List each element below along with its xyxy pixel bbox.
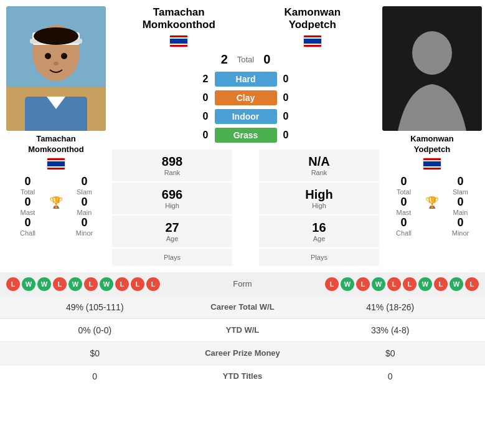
right-main-stat: 0 Main — [439, 196, 482, 216]
left-minor-stat: 0 Minor — [63, 216, 106, 237]
right-name-center: Kamonwan Yodpetch — [246, 6, 380, 32]
right-plays-box: Plays — [259, 249, 379, 266]
surface-indoor-row: 0 Indoor 0 — [112, 109, 379, 124]
left-form-w1: W — [22, 277, 35, 291]
right-form-l6: L — [465, 277, 479, 291]
left-form-l6: L — [146, 277, 160, 291]
hard-left-score: 2 — [196, 74, 209, 85]
clay-btn: Clay — [215, 90, 277, 105]
right-rank-box: N/A Rank — [259, 150, 379, 181]
svg-point-7 — [61, 53, 67, 59]
left-slam-stat: 0 Slam — [63, 175, 106, 196]
right-form-l3: L — [387, 277, 401, 291]
right-prize: $0 — [305, 348, 476, 358]
indoor-left-score: 0 — [196, 111, 209, 122]
left-flag-center — [169, 35, 188, 47]
right-player-flag — [423, 158, 441, 170]
right-form-w4: W — [450, 277, 463, 291]
right-form-w2: W — [372, 277, 385, 291]
left-high-box: 696 High — [112, 183, 232, 214]
left-name-center: Tamachan Momkoonthod — [112, 6, 246, 32]
left-ytd-wl: 0% (0-0) — [9, 325, 181, 335]
right-mid-stats: N/A Rank High High 16 Age Plays — [259, 150, 379, 266]
right-minor-stat: 0 Minor — [439, 216, 482, 237]
left-form-l2: L — [53, 277, 67, 291]
right-player-stats-grid: 0 Total 0 Slam 0 Mast 🏆 0 Main — [382, 175, 482, 237]
stats-row-career: 49% (105-111) Career Total W/L 41% (18-2… — [0, 296, 485, 319]
svg-point-6 — [45, 53, 51, 59]
grass-right-score: 0 — [283, 130, 296, 141]
left-player-flag — [47, 158, 65, 170]
left-form-l1: L — [6, 277, 20, 291]
left-mast-stat: 0 Mast — [6, 196, 49, 216]
right-titles: 0 — [305, 371, 476, 381]
stats-rows: 49% (105-111) Career Total W/L 41% (18-2… — [0, 296, 485, 388]
middle-comparison: Tamachan Momkoonthod Kamonwan Yodpetch — [109, 6, 382, 266]
right-form-w1: W — [341, 277, 354, 291]
left-chall-stat: 0 Chall — [6, 216, 49, 237]
trophy-icon-right: 🏆 — [425, 196, 439, 209]
indoor-btn: Indoor — [215, 109, 277, 124]
left-prize: $0 — [9, 348, 181, 358]
left-plays-box: Plays — [112, 249, 232, 266]
right-career-wl: 41% (18-26) — [305, 302, 476, 312]
indoor-right-score: 0 — [283, 111, 296, 122]
right-form-l5: L — [434, 277, 448, 291]
svg-point-11 — [412, 31, 452, 75]
grass-btn: Grass — [215, 128, 277, 143]
left-career-wl: 49% (105-111) — [9, 302, 181, 312]
left-form-l4: L — [115, 277, 129, 291]
left-total-stat: 0 Total — [6, 175, 49, 196]
top-section: Tamachan Momkoonthod 0 Total 0 Slam — [0, 0, 485, 269]
right-slam-stat: 0 Slam — [439, 175, 482, 196]
right-high-box: High High — [259, 183, 379, 214]
clay-left-score: 0 — [196, 92, 209, 103]
left-form-w3: W — [68, 277, 82, 291]
surface-rows: 2 Hard 0 0 Clay 0 0 Indoor 0 — [112, 72, 379, 146]
grass-left-score: 0 — [196, 130, 209, 141]
right-total-stat: 0 Total — [382, 175, 425, 196]
ytd-wl-label: YTD W/L — [181, 325, 305, 335]
titles-label: YTD Titles — [181, 371, 305, 381]
stats-row-prize: $0 Career Prize Money $0 — [0, 342, 485, 365]
right-chall-stat: 0 Chall — [382, 216, 425, 237]
trophy-icon-left: 🏆 — [49, 196, 63, 209]
stats-row-titles: 0 YTD Titles 0 — [0, 365, 485, 388]
right-player-section: Kamonwan Yodpetch 0 Total 0 Slam 0 — [382, 6, 482, 237]
surface-hard-row: 2 Hard 0 — [112, 72, 379, 87]
right-player-photo — [382, 6, 482, 131]
right-mast-stat: 0 Mast — [382, 196, 425, 216]
right-flag-center — [303, 35, 322, 47]
right-player-name: Kamonwan Yodpetch — [410, 134, 453, 155]
right-form-l1: L — [325, 277, 339, 291]
flags-row — [112, 35, 379, 47]
left-form-l3: L — [84, 277, 98, 291]
left-main-stat: 0 Main — [63, 196, 106, 216]
form-label: Form — [218, 279, 268, 288]
left-form-w4: W — [100, 277, 113, 291]
right-age-box: 16 Age — [259, 216, 379, 247]
surface-grass-row: 0 Grass 0 — [112, 128, 379, 143]
main-container: Tamachan Momkoonthod 0 Total 0 Slam — [0, 0, 485, 388]
player-names-row: Tamachan Momkoonthod Kamonwan Yodpetch — [112, 6, 379, 32]
svg-point-8 — [54, 62, 59, 65]
right-total-score: 0 — [263, 52, 270, 67]
form-section: L W W L W L W L L L Form L W L W L L W L… — [0, 272, 485, 296]
hard-btn: Hard — [215, 72, 277, 87]
prize-label: Career Prize Money — [181, 348, 305, 358]
right-form-l2: L — [356, 277, 370, 291]
left-age-box: 27 Age — [112, 216, 232, 247]
left-player-stats-grid: 0 Total 0 Slam 0 Mast 🏆 0 Main — [6, 175, 106, 237]
left-player-photo — [6, 6, 106, 131]
left-player-name: Tamachan Momkoonthod — [28, 134, 84, 155]
stats-row-ytd: 0% (0-0) YTD W/L 33% (4-8) — [0, 319, 485, 342]
left-mid-stats: 898 Rank 696 High 27 Age Plays — [112, 150, 232, 266]
total-row: 2 Total 0 — [112, 52, 379, 67]
career-wl-label: Career Total W/L — [181, 302, 305, 312]
left-form-badges: L W W L W L W L L L — [6, 277, 215, 291]
svg-point-5 — [34, 27, 78, 45]
total-label: Total — [237, 55, 254, 64]
left-total-score: 2 — [221, 52, 228, 67]
left-rank-box: 898 Rank — [112, 150, 232, 181]
right-form-l4: L — [403, 277, 417, 291]
